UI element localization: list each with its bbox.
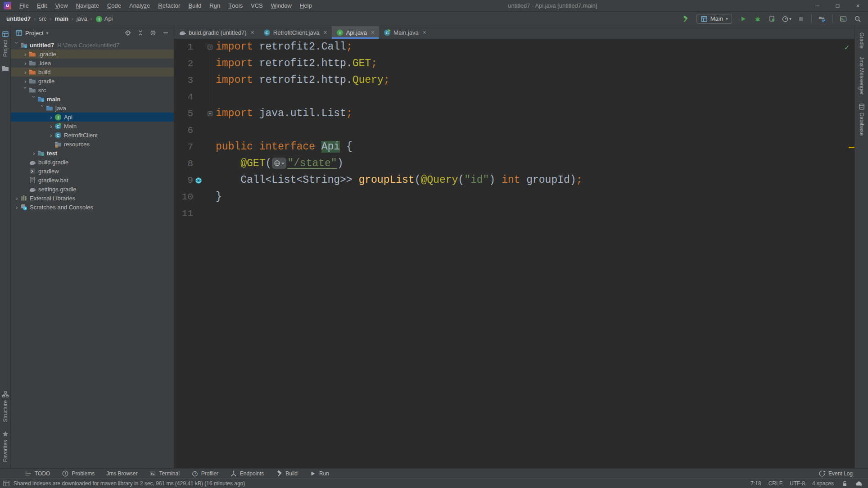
toolwindow-terminal-button[interactable]: Terminal (149, 470, 179, 477)
tree-item-gradle[interactable]: ›gradle (11, 77, 174, 86)
caret-position-widget[interactable]: 7:18 (750, 480, 761, 487)
inspections-ok-icon[interactable]: ✓ (845, 40, 849, 56)
tool-window-switcher-icon[interactable] (3, 480, 10, 487)
toolwindow-todo-button[interactable]: TODO (25, 470, 50, 477)
close-tab-icon[interactable]: × (371, 29, 375, 36)
stripe-favorites-button[interactable]: Favorites (2, 430, 9, 462)
code-line-11[interactable]: 11 (174, 205, 854, 222)
menu-help[interactable]: Help (296, 0, 316, 11)
menu-run[interactable]: Run (205, 0, 224, 11)
breadcrumb-item-java[interactable]: java (77, 15, 87, 22)
locate-button[interactable] (124, 29, 131, 36)
code-line-8[interactable]: 8 @GET("/state") (174, 155, 854, 172)
code-line-3[interactable]: 3import retrofit2.http.Query; (174, 72, 854, 89)
tree-item-untitled7[interactable]: ›untitled7 H:\Java Codes\untitled7 (11, 41, 174, 50)
code-line-5[interactable]: 5import java.util.List; (174, 105, 854, 122)
tree-chevron-icon[interactable]: › (14, 42, 20, 49)
tree-chevron-icon[interactable]: › (14, 195, 20, 202)
run-button[interactable] (737, 14, 749, 24)
tree-chevron-icon[interactable]: › (22, 87, 29, 94)
project-view-selector[interactable]: Project ▾ (15, 29, 49, 36)
menu-analyze[interactable]: Analyze (125, 0, 154, 11)
stripe-project-button[interactable]: Project (2, 31, 9, 57)
run-with-coverage-button[interactable] (766, 14, 778, 24)
stripe-jms-messenger-button[interactable]: Jms Messenger (859, 57, 865, 95)
tree-chevron-icon[interactable]: › (22, 69, 29, 76)
tree-item-test[interactable]: ›test (11, 149, 174, 158)
encoding-widget[interactable]: UTF-8 (790, 480, 805, 487)
menu-window[interactable]: Window (267, 0, 296, 11)
menu-tools[interactable]: Tools (224, 0, 247, 11)
build-project-button[interactable] (679, 14, 691, 24)
tree-chevron-icon[interactable]: › (14, 204, 20, 211)
tree-chevron-icon[interactable]: › (48, 114, 54, 121)
menu-file[interactable]: File (15, 0, 33, 11)
toolwindow-problems-button[interactable]: Problems (62, 470, 95, 477)
tree-item-gradlew-bat[interactable]: gradlew.bat (11, 176, 174, 185)
stripe-structure-button[interactable]: Structure (2, 391, 9, 422)
menu-refactor[interactable]: Refactor (154, 0, 184, 11)
cloud-sync-icon[interactable] (855, 480, 863, 487)
menu-view[interactable]: View (51, 0, 72, 11)
tree-chevron-icon[interactable]: › (39, 105, 46, 112)
tree-chevron-icon[interactable]: › (48, 123, 54, 130)
code-line-6[interactable]: 6 (174, 122, 854, 139)
settings-button[interactable] (149, 29, 157, 36)
breadcrumb-item-src[interactable]: src (39, 15, 46, 22)
menu-edit[interactable]: Edit (33, 0, 51, 11)
tree-item-retrofitclient[interactable]: ›CRetrofitClient (11, 131, 174, 140)
toolwindow-jms-browser-button[interactable]: Jms Browser (106, 470, 137, 477)
close-tab-icon[interactable]: × (323, 29, 327, 36)
toolwindow-run-button[interactable]: Run (309, 470, 329, 477)
editor-tab-main-java[interactable]: CMain.java× (379, 26, 431, 39)
search-everywhere-button[interactable] (852, 14, 863, 24)
code-line-9[interactable]: 9 Call<List<String>> groupList(@Query("i… (174, 172, 854, 189)
scrollbar-warning-mark[interactable] (849, 147, 854, 148)
menu-navigate[interactable]: Navigate (72, 0, 103, 11)
tree-item-resources[interactable]: resources (11, 140, 174, 149)
project-structure-button[interactable] (816, 14, 828, 24)
close-tab-icon[interactable]: × (423, 29, 426, 36)
tree-item-api[interactable]: ›IApi (11, 113, 174, 122)
collapse-all-button[interactable] (137, 29, 144, 36)
tree-item-build-gradle[interactable]: build.gradle (11, 158, 174, 167)
tree-item--gradle[interactable]: ›.gradle (11, 50, 174, 59)
tree-item-main[interactable]: ›CMain (11, 122, 174, 131)
close-button[interactable]: × (848, 0, 868, 11)
tree-item-main[interactable]: ›main (11, 95, 174, 104)
unlock-icon[interactable] (841, 480, 848, 487)
editor-tab-retrofitclient-java[interactable]: CRetrofitClient.java× (259, 26, 332, 39)
line-ending-widget[interactable]: CRLF (769, 480, 782, 487)
tree-chevron-icon[interactable]: › (22, 60, 29, 67)
url-inlay-hint[interactable] (272, 158, 286, 169)
code-line-10[interactable]: 10} (174, 189, 854, 205)
tree-item-java[interactable]: ›java (11, 104, 174, 113)
tree-chevron-icon[interactable]: › (22, 78, 29, 85)
run-anything-button[interactable] (837, 14, 849, 24)
maximize-button[interactable]: □ (827, 0, 848, 11)
tree-chevron-icon[interactable]: › (22, 51, 29, 58)
code-line-1[interactable]: 1import retrofit2.Call; (174, 39, 854, 55)
fold-marker[interactable] (208, 111, 212, 116)
indent-widget[interactable]: 4 spaces (812, 480, 834, 487)
stripe-gradle-button[interactable]: Gradle (859, 32, 865, 49)
code-line-7[interactable]: 7public interface Api { (174, 139, 854, 155)
fold-marker[interactable] (208, 45, 212, 50)
tree-item-external-libraries[interactable]: ›External Libraries (11, 194, 174, 203)
stripe-database-button[interactable]: Database (858, 103, 865, 136)
tree-chevron-icon[interactable]: › (31, 96, 37, 103)
stop-button[interactable] (795, 14, 807, 24)
menu-code[interactable]: Code (103, 0, 125, 11)
code-line-2[interactable]: 2import retrofit2.http.GET; (174, 55, 854, 72)
code-line-4[interactable]: 4 (174, 89, 854, 105)
profiler-button[interactable]: ▾ (781, 14, 792, 24)
code-editor[interactable]: ✓ 1import retrofit2.Call;2import retrofi… (174, 39, 854, 468)
tree-item--idea[interactable]: ›.idea (11, 59, 174, 68)
toolwindow-build-button[interactable]: Build (276, 470, 298, 477)
breadcrumb-item-api[interactable]: IApi (95, 15, 113, 23)
breadcrumb-item-main[interactable]: main (55, 15, 68, 22)
tree-item-build[interactable]: ›build (11, 68, 174, 77)
tree-item-scratches-and-consoles[interactable]: ›Scratches and Consoles (11, 203, 174, 212)
stripe-folder-stripe-button[interactable] (2, 65, 9, 72)
editor-tab-build-gradle-untitled7-[interactable]: build.gradle (untitled7)× (174, 26, 259, 39)
